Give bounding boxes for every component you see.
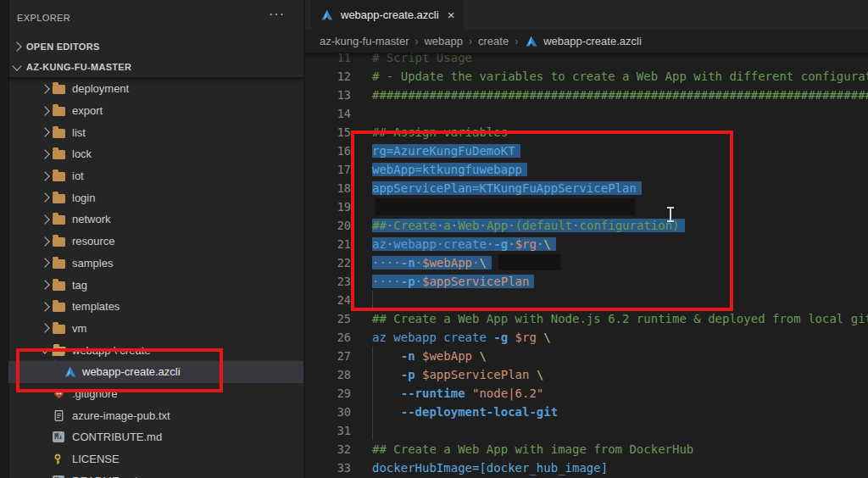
code-line-33[interactable]: 33dockerHubImage=[docker_hub_image] [305, 459, 868, 477]
breadcrumb-file[interactable]: webapp-create.azcli [543, 35, 642, 47]
explorer-header: EXPLORER ··· [8, 0, 303, 34]
tree-file-README.md[interactable]: M↓README.md [8, 470, 303, 478]
chevron-right-icon [40, 106, 49, 115]
folder-icon [53, 85, 65, 94]
chevron-right-icon [40, 302, 49, 311]
code-line-14[interactable]: 14 [305, 104, 868, 123]
section-open-editors[interactable]: OPEN EDITORS [8, 36, 303, 57]
mouse-cursor-ibeam [665, 206, 676, 223]
code-line-32[interactable]: 32## Create a Web App with image from Do… [305, 440, 868, 459]
scroll-shadow [305, 53, 868, 58]
tree-item-label: export [72, 104, 103, 117]
tree-item-label: templates [72, 300, 120, 313]
line-number: 21 [305, 235, 351, 253]
code-line-13[interactable]: 13######################################… [305, 86, 868, 104]
tree-folder-resource[interactable]: resource [8, 231, 303, 253]
code-text: --deployment-local-git [372, 403, 558, 421]
tree-item-label: LICENSE [72, 453, 120, 465]
line-number: 14 [305, 104, 351, 123]
tree-folder-tag[interactable]: tag [8, 274, 303, 296]
tree-item-label: lock [72, 147, 92, 160]
line-number: 28 [305, 365, 351, 384]
line-number: 25 [305, 309, 351, 328]
code-text: ########################################… [372, 86, 868, 104]
vscode-window: EXPLORER ··· OPEN EDITORS AZ-KUNG-FU-MAS… [0, 0, 868, 478]
tree-folder-network[interactable]: network [8, 208, 303, 231]
section-root-folder[interactable]: AZ-KUNG-FU-MASTER [8, 57, 303, 77]
code-text: -p $appServicePlan \ [372, 365, 543, 384]
folder-icon [53, 129, 65, 138]
tree-folder-iot[interactable]: iot [8, 165, 303, 187]
chevron-right-icon [40, 149, 49, 158]
line-number: 19 [305, 197, 351, 216]
breadcrumb-item[interactable]: webapp [424, 35, 463, 47]
code-line-12[interactable]: 12# - Update the variables to create a W… [305, 67, 868, 86]
azure-file-icon [320, 8, 335, 22]
code-line-30[interactable]: 30 --deployment-local-git [305, 403, 868, 421]
code-line-31[interactable]: 31 [305, 421, 868, 440]
annotation-red-box-file [16, 348, 223, 392]
chevron-right-icon [40, 236, 49, 246]
tree-item-label: login [72, 192, 95, 204]
key-icon [53, 453, 64, 465]
line-number: 15 [305, 123, 351, 142]
code-line-28[interactable]: 28 -p $appServicePlan \ [305, 365, 868, 384]
chevron-right-icon [40, 171, 49, 181]
tree-item-label: vm [72, 322, 86, 335]
chevron-right-icon [40, 84, 49, 93]
chevron-right-icon [40, 193, 49, 203]
tree-folder-export[interactable]: export [8, 100, 303, 122]
chevron-right-icon [40, 324, 49, 333]
code-text: ## Create a Web App with image from Dock… [372, 440, 693, 459]
tree-file-CONTRIBUTE.md[interactable]: M↓CONTRIBUTE.md [8, 426, 303, 448]
breadcrumb-separator: › [515, 36, 518, 47]
tree-file-LICENSE[interactable]: LICENSE [8, 448, 303, 470]
chevron-down-icon [12, 61, 21, 70]
folder-icon [53, 172, 65, 181]
code-line-26[interactable]: 26az webapp create -g $rg \ [305, 328, 868, 347]
more-actions-icon[interactable]: ··· [269, 7, 285, 22]
folder-icon [53, 150, 65, 159]
tree-item-label: resource [72, 235, 115, 247]
tree-item-label: deployment [72, 82, 129, 95]
breadcrumb-separator: › [415, 36, 418, 47]
folder-icon [53, 259, 65, 269]
breadcrumb-item[interactable]: az-kung-fu-master [320, 35, 409, 47]
tree-folder-list[interactable]: list [8, 121, 303, 143]
breadcrumb-separator: › [469, 36, 472, 47]
line-number: 27 [305, 347, 351, 365]
tab-bar: webapp-create.azcli × [305, 0, 868, 30]
azure-icon [320, 8, 333, 22]
line-number: 26 [305, 328, 351, 347]
tree-item-label: tag [72, 279, 87, 292]
line-number: 12 [305, 67, 351, 86]
breadcrumb-item[interactable]: create [478, 35, 509, 47]
tree-file-azure-image-pub.txt[interactable]: azure-image-pub.txt [8, 404, 303, 426]
tree-item-label: list [72, 126, 86, 139]
file-tree: deploymentexportlistlockiotloginnetworkr… [8, 78, 303, 478]
tree-folder-samples[interactable]: samples [8, 253, 303, 275]
tree-folder-templates[interactable]: templates [8, 296, 303, 318]
close-icon[interactable]: × [448, 8, 455, 21]
line-number: 18 [305, 179, 351, 197]
tree-folder-lock[interactable]: lock [8, 143, 303, 165]
tab-webapp-create[interactable]: webapp-create.azcli × [311, 0, 463, 30]
tree-item-label: samples [72, 257, 113, 270]
tree-item-label: network [72, 213, 111, 225]
line-number: 17 [305, 160, 351, 179]
code-line-29[interactable]: 29 --runtime "node|6.2" [305, 384, 868, 403]
explorer-sidebar: EXPLORER ··· OPEN EDITORS AZ-KUNG-FU-MAS… [0, 0, 303, 478]
code-line-25[interactable]: 25## Create a Web App with Node.js 6.2 r… [305, 309, 868, 328]
tree-item-label: iot [72, 170, 84, 182]
line-number: 33 [305, 459, 351, 477]
line-number: 31 [305, 421, 351, 440]
code-line-27[interactable]: 27 -n $webApp \ [305, 347, 868, 365]
code-text: # - Update the variables to create a Web… [372, 67, 868, 86]
explorer-title: EXPLORER [17, 13, 70, 23]
indent-guide [372, 421, 373, 440]
tree-folder-vm[interactable]: vm [8, 318, 303, 340]
tree-folder-login[interactable]: login [8, 186, 303, 208]
line-number: 22 [305, 253, 351, 272]
folder-icon [53, 194, 65, 203]
line-number: 24 [305, 291, 351, 309]
